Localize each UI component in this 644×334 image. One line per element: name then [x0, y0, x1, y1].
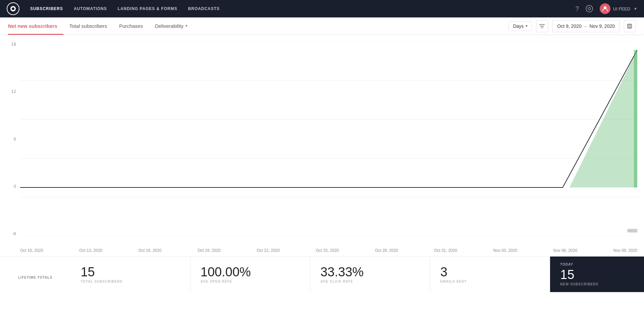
date-range-picker[interactable]: Oct 9, 2020 – Nov 9, 2020 [552, 20, 620, 32]
stats-bar: LIFETIME TOTALS 15 TOTAL SUBSCRIBERS 100… [0, 256, 644, 292]
stat-emails-sent: 3 EMAILS SENT [430, 257, 550, 292]
notification-button[interactable] [586, 5, 593, 12]
lifetime-label: LIFETIME TOTALS [8, 270, 62, 279]
tab-total-subscribers[interactable]: Total subscribers [63, 18, 113, 35]
nav-link-broadcasts[interactable]: BROADCASTS [188, 6, 220, 11]
stat-today: TODAY 15 NEW SUBSCRIBERS [550, 257, 644, 292]
y-label-12: 12 [11, 89, 16, 94]
help-button[interactable]: ? [576, 5, 579, 12]
y-label-0: 0 [14, 184, 16, 189]
nav-links: SUBSCRIBERS AUTOMATIONS LANDING PAGES & … [30, 6, 565, 11]
chart-x-labels: Oct 10, 2020 Oct 13, 2020 Oct 16, 2020 O… [20, 248, 637, 253]
stat-avg-click-rate: 33.33% AVG CLICK RATE [310, 257, 430, 292]
deliverability-dropdown-icon: ▾ [185, 23, 187, 28]
x-label-5: Oct 25, 2020 [316, 248, 339, 253]
columns-button[interactable] [624, 20, 636, 32]
line-chart-svg [20, 42, 637, 236]
date-range-separator: – [584, 23, 587, 29]
user-menu[interactable]: UI FEED ▼ [600, 3, 637, 14]
y-label-6: 6 [14, 136, 16, 142]
tabs-right: Days ▾ Oct 9, 2020 – Nov 9, 2020 [508, 20, 636, 32]
chart-area: 18 12 6 0 -6 [0, 35, 644, 256]
x-label-7: Oct 31, 2020 [434, 248, 457, 253]
chart-spike-area [570, 50, 637, 187]
chart-svg-container [20, 42, 637, 236]
stat-emails-sent-value: 3 [440, 266, 540, 278]
avatar [600, 3, 610, 14]
stat-avg-open-rate-value: 100.00% [201, 266, 300, 278]
today-sublabel: NEW SUBSCRIBERS [560, 282, 634, 286]
svg-point-2 [12, 7, 14, 10]
x-label-4: Oct 22, 2020 [257, 248, 280, 253]
app-logo[interactable] [7, 2, 19, 15]
stat-avg-open-rate-label: AVG OPEN RATE [201, 280, 300, 283]
days-select[interactable]: Days ▾ [508, 21, 532, 31]
stat-total-subscribers: 15 TOTAL SUBSCRIBERS [70, 257, 190, 292]
x-label-2: Oct 16, 2020 [139, 248, 162, 253]
x-label-0: Oct 10, 2020 [20, 248, 43, 253]
svg-point-5 [589, 8, 590, 9]
days-label: Days [513, 23, 524, 29]
x-label-8: Nov 03, 2020 [493, 248, 517, 253]
nav-link-subscribers[interactable]: SUBSCRIBERS [30, 6, 63, 11]
nav-link-automations[interactable]: AUTOMATIONS [74, 6, 107, 11]
nav-right: ? UI FEED ▼ [576, 3, 637, 14]
stat-total-subscribers-value: 15 [80, 266, 180, 278]
tabs-bar: Net new subscribers Total subscribers Pu… [0, 17, 644, 35]
y-label-neg6: -6 [12, 231, 16, 236]
stat-avg-click-rate-value: 33.33% [320, 266, 420, 278]
scrollbar-thumb[interactable] [627, 229, 637, 233]
days-caret-icon: ▾ [526, 24, 528, 28]
chart-y-labels: 18 12 6 0 -6 [0, 42, 20, 236]
stat-total-subscribers-label: TOTAL SUBSCRIBERS [80, 280, 180, 283]
stat-avg-open-rate: 100.00% AVG OPEN RATE [191, 257, 310, 292]
x-label-6: Oct 28, 2020 [375, 248, 398, 253]
tab-net-new-subscribers[interactable]: Net new subscribers [8, 18, 63, 35]
filter-button[interactable] [536, 20, 548, 32]
date-start: Oct 9, 2020 [557, 23, 581, 29]
top-nav: SUBSCRIBERS AUTOMATIONS LANDING PAGES & … [0, 0, 644, 17]
today-value: 15 [560, 268, 634, 281]
chart-line [20, 50, 637, 187]
date-end: Nov 9, 2020 [590, 23, 615, 29]
stat-avg-click-rate-label: AVG CLICK RATE [320, 280, 420, 283]
y-label-18: 18 [11, 42, 16, 47]
chart-bar-nov09 [634, 50, 637, 187]
user-label: UI FEED [613, 6, 630, 11]
today-label: TODAY [560, 263, 634, 266]
stat-emails-sent-label: EMAILS SENT [440, 280, 540, 283]
nav-link-landing-pages[interactable]: LANDING PAGES & FORMS [118, 6, 177, 11]
x-label-3: Oct 19, 2020 [198, 248, 221, 253]
x-label-1: Oct 13, 2020 [79, 248, 102, 253]
tab-purchases[interactable]: Purchases [113, 18, 149, 35]
x-label-9: Nov 06, 2020 [553, 248, 577, 253]
user-caret-icon: ▼ [634, 7, 637, 11]
tab-deliverability[interactable]: Deliverability ▾ [149, 18, 194, 35]
x-label-10: Nov 09, 2020 [613, 248, 637, 253]
